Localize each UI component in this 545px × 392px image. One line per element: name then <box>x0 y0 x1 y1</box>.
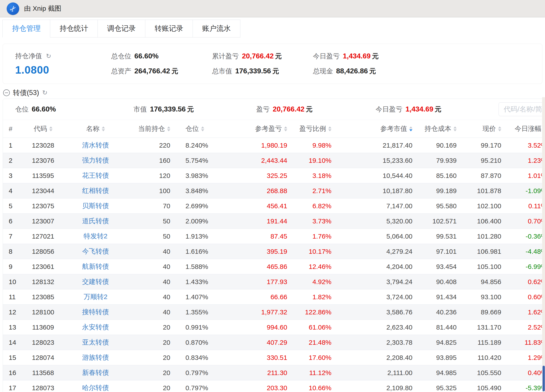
cell-profit-ratio: 6.82% <box>289 202 333 210</box>
sort-caret-icon <box>201 127 204 131</box>
tab[interactable]: 调仓记录 <box>98 20 145 37</box>
cell-profit: 456.41 <box>228 202 289 210</box>
bond-name-link[interactable]: 特发转2 <box>84 232 108 240</box>
tab-label: 持仓统计 <box>60 24 88 33</box>
sort-caret-icon <box>453 127 457 131</box>
bond-name-link[interactable]: 万顺转2 <box>84 293 108 300</box>
cell-name: 永安转债 <box>70 323 121 332</box>
column-header-position[interactable]: 仓位 <box>173 124 228 133</box>
sort-caret-icon <box>284 127 287 131</box>
column-header-profit-ratio[interactable]: 盈亏比例 <box>289 124 333 133</box>
cell-index: 2 <box>3 157 16 164</box>
refresh-icon[interactable]: ↻ <box>46 53 51 59</box>
cell-market-value: 10,187.80 <box>333 187 414 195</box>
table-row[interactable]: 1 123028 清水转债 220 8.240% 1,980.19 9.98% … <box>3 138 545 153</box>
bond-name-link[interactable]: 今飞转债 <box>82 247 109 255</box>
cell-code: 128132 <box>16 278 70 286</box>
table-row[interactable]: 7 127021 特发转2 50 1.913% 87.45 1.76% 5,06… <box>3 229 545 244</box>
cell-quantity: 220 <box>121 142 173 149</box>
table-row[interactable]: 10 128132 交建转债 40 1.433% 177.93 4.92% 3,… <box>3 274 545 289</box>
search-input[interactable] <box>499 102 545 116</box>
bond-name-link[interactable]: 亚太转债 <box>82 338 109 346</box>
table-row[interactable]: 9 123061 航新转债 40 1.588% 465.86 12.46% 4,… <box>3 259 545 274</box>
cell-index: 17 <box>3 384 16 392</box>
cell-cost: 90.408 <box>414 278 458 286</box>
cell-code: 123061 <box>16 263 70 271</box>
scrollbar[interactable] <box>542 97 545 392</box>
bond-name-link[interactable]: 花王转债 <box>82 172 109 179</box>
table-row[interactable]: 4 123044 红相转债 100 3.848% 268.88 2.71% 10… <box>3 183 545 199</box>
cell-price: 106.400 <box>458 217 503 225</box>
tab-label: 账户流水 <box>202 24 231 33</box>
bond-name-link[interactable]: 航新转债 <box>82 263 109 270</box>
bond-name-link[interactable]: 贝斯转债 <box>82 202 109 209</box>
cell-today-change: 0.62% <box>503 278 545 286</box>
summary-item-total-assets: 总资产 264,766.42 元 <box>111 67 212 76</box>
scrollbar-thumb[interactable] <box>543 366 545 391</box>
cell-price: 105.490 <box>458 384 503 392</box>
bond-name-link[interactable]: 红相转债 <box>82 187 109 194</box>
bond-name-link[interactable]: 清水转债 <box>82 141 109 149</box>
bond-name-link[interactable]: 永安转债 <box>82 323 109 331</box>
column-header-today-change[interactable]: 今日涨幅 <box>503 124 545 133</box>
cell-profit: 465.86 <box>228 263 289 271</box>
cell-price: 101.878 <box>458 187 503 195</box>
cell-quantity: 160 <box>121 157 173 164</box>
column-header-market-value[interactable]: 参考市值 <box>333 124 414 133</box>
tab[interactable]: 持仓统计 <box>50 20 98 37</box>
column-header-name[interactable]: 名称 <box>70 124 121 133</box>
cell-market-value: 5,064.00 <box>333 233 414 240</box>
column-header-price[interactable]: 现价 <box>458 124 503 133</box>
tab[interactable]: 账户流水 <box>193 20 240 37</box>
cell-quantity: 40 <box>121 263 173 271</box>
table-row[interactable]: 11 123085 万顺转2 40 1.407% 66.66 1.82% 3,7… <box>3 289 545 305</box>
cell-profit: 395.19 <box>228 248 289 255</box>
cell-profit-ratio: 19.10% <box>289 157 333 164</box>
tab[interactable]: 转账记录 <box>145 20 193 37</box>
table-row[interactable]: 5 123075 贝斯转债 70 2.699% 456.41 6.82% 7,1… <box>3 199 545 214</box>
cell-profit-ratio: 12.46% <box>289 263 333 271</box>
cell-cost: 85.160 <box>414 172 458 180</box>
bond-name-link[interactable]: 哈尔转债 <box>82 384 109 391</box>
cell-code: 128073 <box>16 384 70 392</box>
bond-name-link[interactable]: 游族转债 <box>82 354 109 361</box>
tab[interactable]: 持仓管理 <box>2 20 50 37</box>
summary-item-total-cash: 总现金 88,426.86 元 <box>313 67 414 76</box>
cell-quantity: 100 <box>121 187 173 195</box>
column-header-cost[interactable]: 持仓成本 <box>414 124 458 133</box>
cell-profit-ratio: 122.86% <box>289 308 333 316</box>
bond-name-link[interactable]: 道氏转债 <box>82 217 109 224</box>
cell-today-change: 0.70% <box>503 217 545 225</box>
cell-cost: 102.571 <box>414 217 458 225</box>
cell-position: 0.870% <box>173 339 228 346</box>
column-header-quantity[interactable]: 当前持仓 <box>121 124 173 133</box>
group-refresh-icon[interactable]: ↻ <box>42 90 47 96</box>
table-row[interactable]: 15 128074 游族转债 20 0.834% 330.51 17.60% 2… <box>3 350 545 365</box>
column-header-code[interactable]: 代码 <box>16 124 70 133</box>
bond-name-link[interactable]: 搜特转债 <box>82 308 109 315</box>
table-row[interactable]: 16 113568 新春转债 20 0.797% 211.30 11.12% 2… <box>3 365 545 380</box>
table-row[interactable]: 2 123076 强力转债 160 5.754% 2,443.44 19.10%… <box>3 153 545 168</box>
cell-today-change: 0.11% <box>503 202 545 210</box>
table-row[interactable]: 6 123007 道氏转债 50 2.009% 191.44 3.73% 5,3… <box>3 214 545 229</box>
cell-profit-ratio: 1.82% <box>289 293 333 301</box>
bond-name-link[interactable]: 新春转债 <box>82 369 109 376</box>
bond-name-link[interactable]: 交建转债 <box>82 278 109 285</box>
column-header-profit[interactable]: 参考盈亏 <box>228 124 289 133</box>
cell-profit: 325.25 <box>228 172 289 180</box>
table-row[interactable]: 14 128023 亚太转债 20 0.870% 407.29 21.48% 2… <box>3 335 545 350</box>
table-row[interactable]: 3 113595 花王转债 120 3.983% 325.25 3.18% 10… <box>3 168 545 183</box>
cell-name: 游族转债 <box>70 353 121 362</box>
cell-cost: 94.985 <box>414 369 458 377</box>
stat-today-pnl: 今日盈亏 1,434.69 元 <box>376 105 441 114</box>
collapse-icon[interactable] <box>3 89 10 96</box>
cell-position: 3.848% <box>173 187 228 195</box>
cell-profit: 407.29 <box>228 339 289 346</box>
sort-caret-icon <box>167 127 170 131</box>
cell-position: 3.983% <box>173 172 228 180</box>
table-row[interactable]: 12 128100 搜特转债 40 1.355% 1,977.32 122.86… <box>3 305 545 320</box>
table-row[interactable]: 8 128056 今飞转债 40 1.616% 395.19 10.17% 4,… <box>3 244 545 259</box>
table-row[interactable]: 13 113609 永安转债 20 0.991% 994.60 61.06% 2… <box>3 320 545 335</box>
table-row[interactable]: 17 128073 哈尔转债 20 0.797% 203.30 10.66% 2… <box>3 380 545 392</box>
bond-name-link[interactable]: 强力转债 <box>82 157 109 164</box>
